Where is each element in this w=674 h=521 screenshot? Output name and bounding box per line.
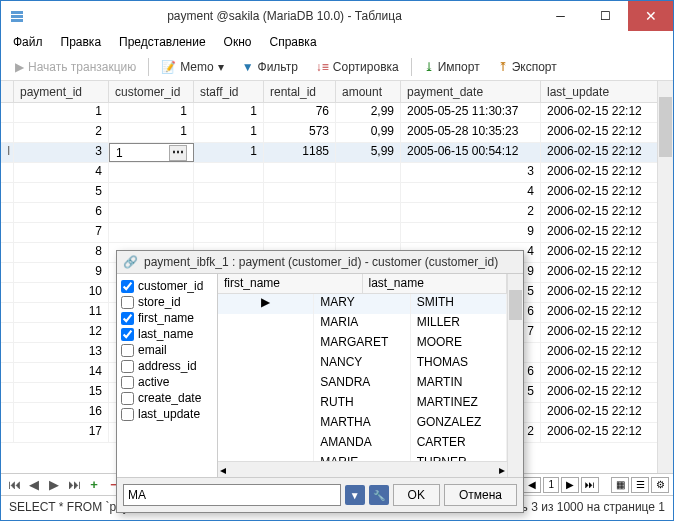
cell-last-update[interactable]: 2006-02-15 22:12 xyxy=(541,143,661,162)
menu-file[interactable]: Файл xyxy=(5,33,51,51)
popup-cell-last-name[interactable]: THOMAS xyxy=(411,354,507,374)
popup-settings-icon[interactable]: 🔧 xyxy=(369,485,389,505)
scrollbar-thumb[interactable] xyxy=(659,97,672,157)
checkbox[interactable] xyxy=(121,328,134,341)
cell-payment-date[interactable]: 3 xyxy=(401,163,541,182)
cell-last-update[interactable]: 2006-02-15 22:12 xyxy=(541,263,661,282)
cell-amount[interactable]: 2,99 xyxy=(336,103,401,122)
cell-payment-id[interactable]: 8 xyxy=(14,243,109,262)
nav-page-number[interactable]: 1 xyxy=(543,477,559,493)
column-header-payment-date[interactable]: payment_date xyxy=(401,81,541,102)
cell-staff-id[interactable]: 1 xyxy=(194,123,264,142)
cell-amount[interactable] xyxy=(336,163,401,182)
cell-payment-id[interactable]: 5 xyxy=(14,183,109,202)
popup-ok-button[interactable]: OK xyxy=(393,484,440,506)
cell-staff-id[interactable]: 1 xyxy=(194,103,264,122)
popup-horizontal-scrollbar[interactable]: ◂ ▸ xyxy=(218,461,507,477)
cell-payment-id[interactable]: 13 xyxy=(14,343,109,362)
cell-staff-id[interactable] xyxy=(194,203,264,222)
cell-customer-id[interactable] xyxy=(109,183,194,202)
cell-payment-date[interactable]: 4 xyxy=(401,183,541,202)
field-checkbox-create_date[interactable]: create_date xyxy=(121,390,213,406)
cell-last-update[interactable]: 2006-02-15 22:12 xyxy=(541,243,661,262)
nav-last[interactable]: ⏭ xyxy=(65,477,83,493)
popup-table-row[interactable]: MARIAMILLER xyxy=(218,314,507,334)
cell-staff-id[interactable] xyxy=(194,163,264,182)
nav-page-next[interactable]: ▶ xyxy=(561,477,579,493)
nav-page-prev[interactable]: ◀ xyxy=(523,477,541,493)
cell-amount[interactable] xyxy=(336,183,401,202)
scrollbar-thumb[interactable] xyxy=(509,290,522,320)
cell-rental-id[interactable]: 76 xyxy=(264,103,336,122)
view-form-button[interactable]: ☰ xyxy=(631,477,649,493)
popup-table-row[interactable]: AMANDACARTER xyxy=(218,434,507,454)
checkbox[interactable] xyxy=(121,408,134,421)
cell-amount[interactable]: 5,99 xyxy=(336,143,401,162)
popup-cell-first-name[interactable]: MARY xyxy=(314,294,410,314)
cell-last-update[interactable]: 2006-02-15 22:12 xyxy=(541,363,661,382)
cell-customer-id[interactable] xyxy=(109,223,194,242)
cell-rental-id[interactable]: 1185 xyxy=(264,143,336,162)
popup-cell-last-name[interactable]: MILLER xyxy=(411,314,507,334)
field-checkbox-customer_id[interactable]: customer_id xyxy=(121,278,213,294)
cell-last-update[interactable]: 2006-02-15 22:12 xyxy=(541,183,661,202)
cell-payment-id[interactable]: 4 xyxy=(14,163,109,182)
cell-customer-id[interactable] xyxy=(109,203,194,222)
popup-cell-first-name[interactable]: MARIA xyxy=(314,314,410,334)
popup-filter-icon[interactable]: ▼ xyxy=(345,485,365,505)
cell-last-update[interactable]: 2006-02-15 22:12 xyxy=(541,103,661,122)
column-header-payment-id[interactable]: payment_id xyxy=(14,81,109,102)
field-checkbox-last_name[interactable]: last_name xyxy=(121,326,213,342)
popup-cell-last-name[interactable]: GONZALEZ xyxy=(411,414,507,434)
menu-view[interactable]: Представление xyxy=(111,33,214,51)
memo-button[interactable]: 📝 Memo ▾ xyxy=(155,58,229,76)
popup-field-list[interactable]: customer_idstore_idfirst_namelast_nameem… xyxy=(117,274,217,477)
popup-cell-first-name[interactable]: SANDRA xyxy=(314,374,410,394)
table-row[interactable]: 111762,992005-05-25 11:30:372006-02-15 2… xyxy=(1,103,673,123)
cell-customer-id-editing[interactable]: 1⋯ xyxy=(109,143,194,162)
table-row[interactable]: 2115730,992005-05-28 10:35:232006-02-15 … xyxy=(1,123,673,143)
checkbox[interactable] xyxy=(121,312,134,325)
popup-cell-last-name[interactable]: CARTER xyxy=(411,434,507,454)
cell-staff-id[interactable]: 1 xyxy=(194,143,264,162)
checkbox[interactable] xyxy=(121,392,134,405)
minimize-button[interactable]: ─ xyxy=(538,1,583,31)
vertical-scrollbar[interactable] xyxy=(657,81,673,473)
field-checkbox-last_update[interactable]: last_update xyxy=(121,406,213,422)
cell-last-update[interactable]: 2006-02-15 22:12 xyxy=(541,303,661,322)
cell-rental-id[interactable]: 573 xyxy=(264,123,336,142)
field-checkbox-address_id[interactable]: address_id xyxy=(121,358,213,374)
cell-last-update[interactable]: 2006-02-15 22:12 xyxy=(541,223,661,242)
cell-payment-id[interactable]: 11 xyxy=(14,303,109,322)
column-header-amount[interactable]: amount xyxy=(336,81,401,102)
cell-payment-id[interactable]: 2 xyxy=(14,123,109,142)
popup-table-row[interactable]: RUTHMARTINEZ xyxy=(218,394,507,414)
nav-prev[interactable]: ◀ xyxy=(25,477,43,493)
cell-payment-id[interactable]: 3 xyxy=(14,143,109,162)
cell-last-update[interactable]: 2006-02-15 22:12 xyxy=(541,203,661,222)
popup-cell-first-name[interactable]: NANCY xyxy=(314,354,410,374)
popup-cell-last-name[interactable]: TURNER xyxy=(411,454,507,461)
cell-payment-date[interactable]: 2005-06-15 00:54:12 xyxy=(401,143,541,162)
cell-rental-id[interactable] xyxy=(264,163,336,182)
cell-last-update[interactable]: 2006-02-15 22:12 xyxy=(541,283,661,302)
cell-lookup-button[interactable]: ⋯ xyxy=(169,145,187,161)
cell-last-update[interactable]: 2006-02-15 22:12 xyxy=(541,123,661,142)
cell-payment-id[interactable]: 15 xyxy=(14,383,109,402)
menu-window[interactable]: Окно xyxy=(216,33,260,51)
cell-payment-id[interactable]: 14 xyxy=(14,363,109,382)
cell-amount[interactable] xyxy=(336,203,401,222)
popup-cell-last-name[interactable]: MARTINEZ xyxy=(411,394,507,414)
cell-amount[interactable]: 0,99 xyxy=(336,123,401,142)
begin-transaction-button[interactable]: ▶ Начать транзакцию xyxy=(9,58,142,76)
popup-table-row[interactable]: ▶MARYSMITH xyxy=(218,294,507,314)
table-row[interactable]: 792006-02-15 22:12 xyxy=(1,223,673,243)
field-checkbox-store_id[interactable]: store_id xyxy=(121,294,213,310)
cell-payment-id[interactable]: 16 xyxy=(14,403,109,422)
maximize-button[interactable]: ☐ xyxy=(583,1,628,31)
view-settings-button[interactable]: ⚙ xyxy=(651,477,669,493)
popup-column-first-name[interactable]: first_name xyxy=(218,274,363,293)
cell-payment-date[interactable]: 2005-05-25 11:30:37 xyxy=(401,103,541,122)
column-header-last-update[interactable]: last_update xyxy=(541,81,661,102)
popup-vertical-scrollbar[interactable] xyxy=(507,274,523,477)
